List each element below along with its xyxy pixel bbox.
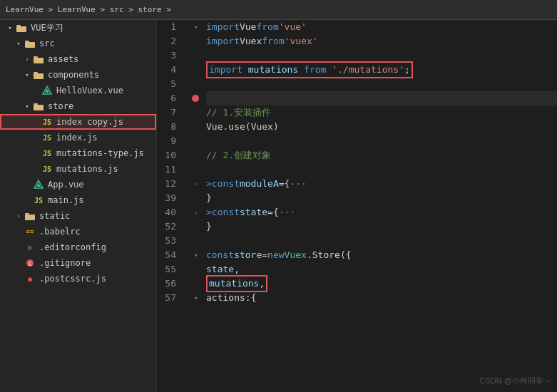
chevron-icon: ▾	[23, 71, 31, 79]
line-numbers: 1234567891011123940525354555657	[157, 20, 189, 392]
fold-arrow-icon[interactable]: ▾	[194, 248, 198, 262]
postcss-icon: ●	[24, 273, 36, 284]
code-area: import Vue from 'vue' import Vuex from '…	[203, 20, 557, 392]
line-number: 7	[157, 105, 182, 120]
sidebar-item-gitignore[interactable]: G.gitignore	[0, 255, 156, 271]
sidebar-item-postcssrc[interactable]: ●.postcssrc.js	[0, 271, 156, 287]
line-number: 2	[157, 34, 182, 48]
sidebar-item-store[interactable]: ▾store	[0, 98, 156, 114]
item-label: mutations.js	[56, 164, 118, 174]
svg-rect-3	[25, 42, 35, 48]
gutter-cell	[189, 220, 203, 234]
chevron-icon: ▾	[6, 24, 14, 32]
watermark: CSDN @小何同学～	[480, 376, 551, 386]
code-line: import Vue from 'vue'	[206, 20, 557, 34]
item-label: .postcssrc.js	[39, 274, 106, 284]
sidebar-item-index-js[interactable]: JSindex.js	[0, 130, 156, 145]
sidebar-item-components[interactable]: ▾components	[0, 67, 156, 83]
code-line: }	[206, 220, 557, 234]
gutter: ▾››▾▾	[189, 20, 203, 392]
sidebar-item-assets[interactable]: ›assets	[0, 51, 156, 67]
item-label: components	[48, 70, 99, 80]
line-number: 4	[157, 63, 182, 77]
chevron-icon	[23, 196, 31, 205]
folder-closed-icon	[24, 210, 36, 222]
fold-arrow-icon[interactable]: ▾	[194, 291, 198, 305]
gutter-cell: ›	[189, 177, 203, 191]
item-label: index copy.js	[56, 117, 123, 127]
editor-content: 1234567891011123940525354555657 ▾››▾▾ im…	[157, 20, 557, 392]
js-icon: JS	[41, 116, 53, 128]
sidebar: ▾VUE学习▾src›assets▾componentsHelloVuex.vu…	[0, 20, 157, 392]
folder-open-icon	[24, 38, 36, 49]
line-number: 11	[157, 163, 182, 177]
fold-arrow-icon[interactable]: ▾	[194, 20, 198, 34]
chevron-icon: ▾	[14, 39, 23, 48]
line-number: 40	[157, 205, 182, 220]
gutter-cell	[189, 63, 203, 77]
breadcrumb: LearnVue > LearnVue > src > store >	[6, 5, 171, 14]
svg-rect-14	[25, 213, 29, 215]
sidebar-item-mutations-js[interactable]: JSmutations.js	[0, 161, 156, 177]
svg-text:G: G	[29, 262, 31, 267]
js-icon: JS	[41, 132, 53, 143]
sidebar-item-main-js[interactable]: JSmain.js	[0, 192, 156, 208]
gutter-cell: ›	[189, 205, 203, 220]
code-line: state,	[206, 262, 557, 277]
chevron-icon	[31, 149, 40, 158]
code-line	[206, 163, 557, 177]
sidebar-item-index-copy[interactable]: JSindex copy.js	[0, 114, 156, 130]
sidebar-item-babelrc[interactable]: ≡≡.babelrc	[0, 224, 156, 239]
svg-rect-6	[34, 72, 38, 73]
code-line	[206, 234, 557, 248]
sidebar-item-mutations-type[interactable]: JSmutations-type.js	[0, 145, 156, 161]
code-line: import Vuex from 'vuex'	[206, 34, 557, 48]
js-icon: JS	[41, 163, 53, 175]
item-label: mutations-type.js	[56, 148, 144, 158]
top-bar: LearnVue > LearnVue > src > store >	[0, 0, 557, 20]
sidebar-item-static[interactable]: ›static	[0, 208, 156, 224]
line-number: 39	[157, 191, 182, 205]
folder-open-icon	[33, 100, 44, 112]
fold-arrow-icon[interactable]: ›	[194, 205, 198, 220]
item-label: src	[39, 38, 55, 48]
line-number: 53	[157, 234, 182, 248]
item-label: static	[39, 211, 70, 221]
line-number: 1	[157, 20, 182, 34]
chevron-icon	[31, 133, 40, 142]
line-number: 10	[157, 148, 182, 163]
item-label: store	[48, 101, 73, 111]
sidebar-item-hellvuex[interactable]: HelloVuex.vue	[0, 83, 156, 98]
git-icon: G	[24, 257, 36, 269]
chevron-icon	[14, 243, 23, 252]
gutter-cell	[189, 234, 203, 248]
gutter-cell: ▾	[189, 20, 203, 34]
sidebar-item-editorconfig[interactable]: ⚙.editorconfig	[0, 239, 156, 255]
folder-closed-icon	[33, 53, 44, 65]
code-line: const store = new Vuex.Store({	[206, 248, 557, 262]
item-label: index.js	[56, 133, 98, 143]
gutter-cell: ▾	[189, 248, 203, 262]
item-label: .editorconfig	[39, 242, 106, 252]
sidebar-item-src[interactable]: ▾src	[0, 36, 156, 51]
line-number: 54	[157, 248, 182, 262]
fold-arrow-icon[interactable]: ›	[194, 177, 198, 191]
folder-open-icon	[33, 69, 44, 81]
code-line	[206, 77, 557, 91]
line-number: 56	[157, 277, 182, 291]
line-number: 52	[157, 220, 182, 234]
line-number: 55	[157, 262, 182, 277]
gutter-cell	[189, 134, 203, 148]
item-label: assets	[48, 54, 78, 64]
line-number: 57	[157, 291, 182, 305]
chevron-icon: ›	[14, 212, 23, 220]
code-line: > const moduleA = {···	[206, 177, 557, 191]
js-icon: JS	[33, 195, 44, 206]
sidebar-item-app-vue[interactable]: App.vue	[0, 177, 156, 192]
sidebar-item-vue-root[interactable]: ▾VUE学习	[0, 20, 156, 36]
code-line	[206, 134, 557, 148]
item-label: .gitignore	[39, 258, 91, 268]
svg-rect-15	[25, 215, 35, 220]
chevron-icon: ▾	[23, 102, 31, 110]
gutter-cell	[189, 191, 203, 205]
